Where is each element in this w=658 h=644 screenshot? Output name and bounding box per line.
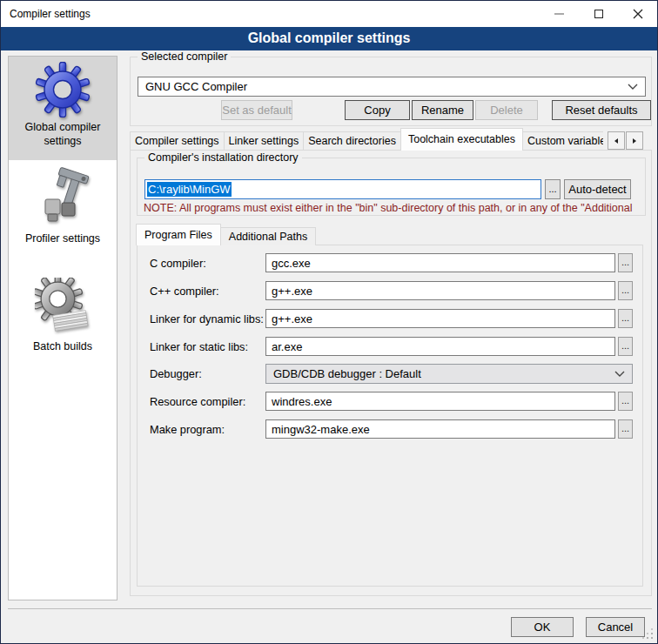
chevron-down-icon — [628, 84, 638, 91]
sidebar-item-batch-builds[interactable]: Batch builds — [9, 258, 117, 354]
sidebar-label: Profiler settings — [9, 232, 117, 246]
cpp-compiler-label: C++ compiler: — [150, 281, 219, 301]
copy-button[interactable]: Copy — [345, 100, 410, 120]
gray-gear-stack-icon — [35, 278, 91, 333]
make-program-row: Make program: ... — [138, 419, 642, 439]
tab-linker-settings[interactable]: Linker settings — [224, 131, 305, 151]
c-compiler-input[interactable] — [265, 253, 615, 272]
subtab-additional-paths[interactable]: Additional Paths — [220, 227, 316, 245]
cpp-compiler-row: C++ compiler: ... — [138, 281, 642, 301]
reset-defaults-button[interactable]: Reset defaults — [552, 100, 651, 120]
make-program-browse-button[interactable]: ... — [618, 419, 633, 439]
tab-scroll-right-button[interactable] — [626, 131, 643, 150]
installation-directory-group: Compiler's installation directory C:\ray… — [137, 158, 646, 216]
arrow-left-icon — [613, 138, 620, 144]
browse-directory-button[interactable]: ... — [545, 179, 561, 199]
linker-dynamic-label: Linker for dynamic libs: — [150, 309, 264, 329]
make-program-input[interactable] — [265, 419, 615, 439]
delete-button: Delete — [475, 100, 538, 120]
linker-dynamic-row: Linker for dynamic libs: ... — [138, 309, 642, 329]
debugger-select[interactable]: GDB/CDB debugger : Default — [265, 364, 633, 384]
c-compiler-row: C compiler: ... — [138, 253, 642, 273]
debugger-label: Debugger: — [150, 364, 202, 384]
resize-grip[interactable] — [642, 628, 654, 640]
auto-detect-button[interactable]: Auto-detect — [564, 179, 631, 199]
tab-search-directories[interactable]: Search directories — [303, 131, 401, 151]
minimize-button — [540, 1, 579, 26]
linker-static-input[interactable] — [265, 337, 615, 356]
resource-compiler-label: Resource compiler: — [150, 392, 245, 412]
tab-custom-variables[interactable]: Custom variables — [522, 131, 603, 151]
linker-dynamic-input[interactable] — [265, 309, 615, 328]
c-compiler-browse-button[interactable]: ... — [618, 253, 633, 272]
caliper-icon — [35, 166, 91, 222]
linker-static-browse-button[interactable]: ... — [618, 337, 633, 356]
subtab-program-files[interactable]: Program Files — [136, 224, 221, 245]
compiler-select[interactable]: GNU GCC Compiler — [138, 77, 646, 97]
sidebar-item-profiler-settings[interactable]: Profiler settings — [9, 160, 117, 258]
titlebar: Compiler settings — [1, 1, 657, 27]
close-icon — [633, 9, 643, 19]
group-legend: Compiler's installation directory — [144, 151, 302, 164]
close-button[interactable] — [618, 1, 657, 26]
tab-compiler-settings[interactable]: Compiler settings — [130, 131, 225, 151]
debugger-row: Debugger: GDB/CDB debugger : Default — [138, 364, 642, 384]
selected-path-text: C:\raylib\MinGW — [147, 182, 232, 197]
linker-dynamic-browse-button[interactable]: ... — [618, 309, 633, 328]
c-compiler-label: C compiler: — [150, 253, 206, 273]
maximize-button[interactable] — [579, 1, 618, 26]
chevron-down-icon — [614, 371, 625, 378]
cpp-compiler-input[interactable] — [265, 281, 615, 300]
program-files-panel: C compiler: ... C++ compiler: ... Linker… — [137, 245, 643, 587]
settings-tabstrip: Compiler settings Linker settings Search… — [130, 128, 603, 151]
sidebar-label: Batch builds — [9, 340, 117, 354]
dialog-banner: Global compiler settings — [1, 27, 657, 50]
files-subtabstrip: Program Files Additional Paths — [137, 224, 485, 245]
resource-compiler-input[interactable] — [265, 392, 615, 411]
sidebar-item-global-compiler-settings[interactable]: Global compiler settings — [9, 57, 117, 160]
linker-static-label: Linker for static libs: — [150, 337, 248, 357]
resource-compiler-row: Resource compiler: ... — [138, 392, 642, 412]
blue-gear-icon — [35, 62, 91, 117]
cpp-compiler-browse-button[interactable]: ... — [618, 281, 633, 300]
selected-compiler-group: Selected compiler GNU GCC Compiler Set a… — [130, 57, 652, 126]
tab-toolchain-executables[interactable]: Toolchain executables — [400, 128, 523, 151]
compiler-select-value: GNU GCC Compiler — [145, 80, 628, 93]
resource-compiler-browse-button[interactable]: ... — [618, 392, 633, 411]
compiler-settings-dialog: Compiler settings Global compiler settin… — [0, 0, 658, 644]
group-legend: Selected compiler — [138, 50, 231, 64]
maximize-icon — [594, 10, 603, 18]
sidebar-label: Global compiler settings — [9, 121, 117, 148]
ok-button[interactable]: OK — [511, 617, 574, 637]
tab-scroll-left-button[interactable] — [608, 131, 625, 150]
arrow-right-icon — [631, 138, 638, 144]
minimize-icon — [554, 13, 564, 15]
rename-button[interactable]: Rename — [412, 100, 473, 120]
set-as-default-button: Set as default — [221, 100, 292, 120]
linker-static-row: Linker for static libs: ... — [138, 337, 642, 357]
debugger-select-value: GDB/CDB debugger : Default — [273, 367, 614, 380]
settings-sidebar: Global compiler settings Profiler settin… — [8, 56, 118, 600]
cancel-button[interactable]: Cancel — [586, 617, 645, 637]
banner-title: Global compiler settings — [1, 27, 657, 50]
window-title: Compiler settings — [10, 1, 91, 27]
installation-directory-input[interactable]: C:\raylib\MinGW — [144, 179, 541, 199]
make-program-label: Make program: — [150, 419, 225, 439]
footer-divider — [8, 608, 652, 609]
note-text: NOTE: All programs must exist either in … — [144, 202, 643, 214]
